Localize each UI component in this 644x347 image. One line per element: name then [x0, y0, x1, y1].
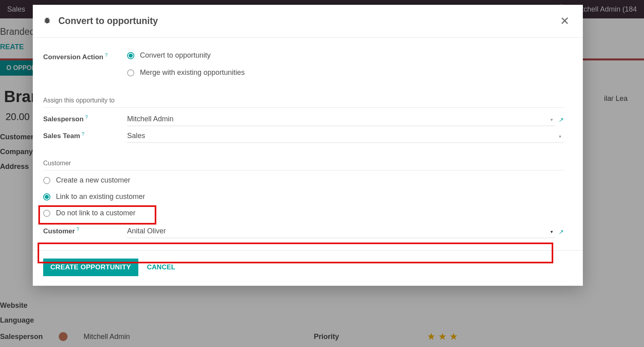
label-language: Language: [0, 316, 461, 325]
radio-no-link-customer[interactable]: Do not link to a customer: [43, 209, 564, 217]
radio-icon[interactable]: [127, 52, 134, 59]
radio-label-convert: Convert to opportunity: [140, 51, 211, 60]
chevron-down-icon[interactable]: ▾: [548, 117, 555, 122]
modal-title: Convert to opportunity: [58, 16, 158, 26]
radio-icon[interactable]: [43, 210, 50, 217]
label-sales-team: Sales Team: [43, 132, 80, 140]
help-icon[interactable]: ?: [105, 52, 108, 58]
help-icon[interactable]: ?: [76, 227, 79, 232]
external-link-icon[interactable]: ↗: [558, 228, 564, 236]
sidecard-similar-leads[interactable]: ilar Lea: [604, 94, 644, 103]
label-customer-field: Customer: [43, 227, 75, 235]
help-icon[interactable]: ?: [82, 131, 84, 137]
label-website: Website: [0, 301, 461, 310]
priority-stars[interactable]: ★★★: [427, 331, 461, 342]
modal-footer: CREATE OPPORTUNITY CANCEL: [33, 250, 583, 286]
radio-icon[interactable]: [43, 177, 50, 184]
nav-sales[interactable]: Sales: [7, 5, 25, 14]
radio-merge[interactable]: Merge with existing opportunities: [127, 68, 564, 77]
radio-label-create-customer: Create a new customer: [56, 176, 130, 185]
sales-team-input[interactable]: [127, 130, 553, 142]
label-salesperson-bg: Salesperson: [0, 333, 43, 341]
cancel-button[interactable]: CANCEL: [147, 263, 175, 271]
user-menu[interactable]: Mitchell Admin (184: [574, 5, 637, 14]
radio-link-customer[interactable]: Link to an existing customer: [43, 193, 564, 201]
label-conversion-action: Conversion Action: [43, 53, 104, 61]
chevron-down-icon[interactable]: ▾: [548, 229, 555, 235]
radio-label-link-customer: Link to an existing customer: [56, 193, 145, 201]
chevron-down-icon[interactable]: ▾: [556, 134, 564, 139]
radio-icon[interactable]: [127, 69, 134, 76]
customer-input[interactable]: [127, 225, 545, 238]
modal-header: Convert to opportunity ✕: [33, 5, 583, 38]
convert-modal: Convert to opportunity ✕ Conversion Acti…: [33, 5, 583, 286]
close-icon[interactable]: ✕: [560, 14, 569, 28]
radio-icon[interactable]: [43, 193, 50, 201]
create-opportunity-button[interactable]: CREATE OPPORTUNITY: [43, 259, 138, 276]
label-priority: Priority: [314, 333, 339, 341]
section-customer-title: Customer: [43, 160, 564, 167]
radio-create-customer[interactable]: Create a new customer: [43, 176, 564, 185]
salesperson-value-bg: Mitchell Admin: [84, 333, 130, 341]
section-assign-title: Assign this opportunity to: [43, 97, 564, 104]
bug-icon[interactable]: [43, 16, 51, 26]
external-link-icon[interactable]: ↗: [558, 116, 564, 124]
avatar: [59, 332, 68, 341]
radio-convert[interactable]: Convert to opportunity: [127, 51, 564, 60]
radio-label-merge: Merge with existing opportunities: [140, 68, 245, 77]
label-salesperson: Salesperson: [43, 115, 84, 123]
salesperson-input[interactable]: [127, 113, 545, 126]
help-icon[interactable]: ?: [85, 114, 88, 120]
radio-label-no-link: Do not link to a customer: [56, 209, 136, 217]
